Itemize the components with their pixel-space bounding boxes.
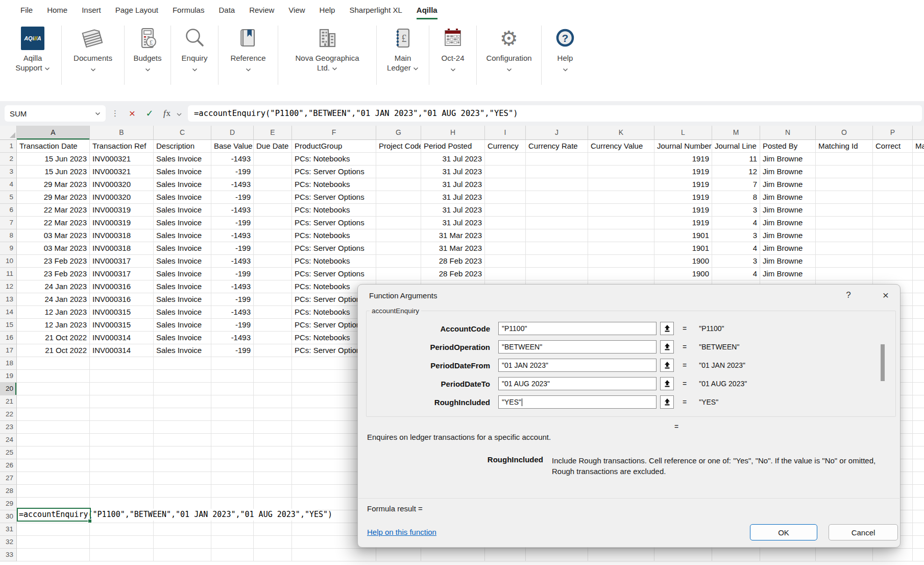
cell-Q14[interactable] [913, 306, 924, 319]
cell-I33[interactable] [485, 549, 526, 561]
cell-Q24[interactable] [913, 434, 924, 446]
cell-B12[interactable]: INV000316 [90, 280, 154, 293]
cell-A28[interactable] [17, 485, 90, 498]
cell-H2[interactable]: 31 Jul 2023 [421, 153, 485, 166]
cell-H4[interactable]: 31 Jul 2023 [421, 178, 485, 191]
row-header-11[interactable]: 11 [0, 268, 17, 280]
cell-A33[interactable] [17, 549, 90, 561]
cell-G7[interactable] [376, 217, 421, 229]
cell-G3[interactable] [376, 166, 421, 178]
formula-bar-input[interactable]: =accountEnquiry("P1100","BETWEEN","01 JA… [188, 105, 922, 122]
cell-K11[interactable] [588, 268, 654, 280]
cell-A26[interactable] [17, 459, 90, 472]
cell-J2[interactable] [526, 153, 588, 166]
col-header-I[interactable]: I [485, 126, 526, 140]
cell-B8[interactable]: INV000318 [90, 229, 154, 242]
cell-A32[interactable] [17, 536, 90, 549]
cell-K5[interactable] [588, 191, 654, 204]
cell-K1[interactable]: Currency Value [588, 140, 654, 153]
ribbon-button-aqilla-support[interactable]: AQi//AAqillaSupport [5, 22, 60, 73]
cell-J1[interactable]: Currency Rate [526, 140, 588, 153]
row-header-14[interactable]: 14 [0, 306, 17, 319]
cell-C1[interactable]: Description [154, 140, 211, 153]
cell-J9[interactable] [526, 242, 588, 255]
cell-D32[interactable] [211, 536, 254, 549]
cell-H11[interactable]: 28 Feb 2023 [421, 268, 485, 280]
cell-J11[interactable] [526, 268, 588, 280]
row-header-2[interactable]: 2 [0, 153, 17, 166]
cell-A5[interactable]: 29 Mar 2023 [17, 191, 90, 204]
cell-M3[interactable]: 12 [712, 166, 760, 178]
cell-F9[interactable]: PCs: Server Options [292, 242, 376, 255]
cell-D27[interactable] [211, 472, 254, 485]
cell-G5[interactable] [376, 191, 421, 204]
cell-C31[interactable] [154, 523, 211, 536]
cell-C26[interactable] [154, 459, 211, 472]
cell-D28[interactable] [211, 485, 254, 498]
cell-Q5[interactable] [913, 191, 924, 204]
cell-I8[interactable] [485, 229, 526, 242]
cell-B11[interactable]: INV000317 [90, 268, 154, 280]
cell-M8[interactable]: 3 [712, 229, 760, 242]
row-header-22[interactable]: 22 [0, 408, 17, 421]
cell-K8[interactable] [588, 229, 654, 242]
col-header-B[interactable]: B [90, 126, 154, 140]
row-header-13[interactable]: 13 [0, 293, 17, 306]
cell-E1[interactable]: Due Date [254, 140, 292, 153]
row-header-33[interactable]: 33 [0, 549, 17, 561]
cell-Q25[interactable] [913, 446, 924, 459]
row-header-4[interactable]: 4 [0, 178, 17, 191]
col-header-Q[interactable] [913, 126, 924, 140]
cell-G2[interactable] [376, 153, 421, 166]
cell-K3[interactable] [588, 166, 654, 178]
cell-C10[interactable]: Sales Invoice [154, 255, 211, 268]
cell-D20[interactable] [211, 383, 254, 395]
cell-H6[interactable]: 31 Jul 2023 [421, 204, 485, 217]
cell-B28[interactable] [90, 485, 154, 498]
cell-O10[interactable] [816, 255, 873, 268]
cell-I5[interactable] [485, 191, 526, 204]
cell-J10[interactable] [526, 255, 588, 268]
cell-G11[interactable] [376, 268, 421, 280]
cell-E22[interactable] [254, 408, 292, 421]
cell-D19[interactable] [211, 370, 254, 383]
row-header-19[interactable]: 19 [0, 370, 17, 383]
cell-B27[interactable] [90, 472, 154, 485]
cell-E11[interactable] [254, 268, 292, 280]
cell-A21[interactable] [17, 395, 90, 408]
cell-G9[interactable] [376, 242, 421, 255]
ribbon-button-enquiry[interactable]: Enquiry [172, 22, 217, 68]
cell-Q27[interactable] [913, 472, 924, 485]
cell-B24[interactable] [90, 434, 154, 446]
cell-P2[interactable] [873, 153, 913, 166]
cell-B33[interactable] [90, 549, 154, 561]
cell-C7[interactable]: Sales Invoice [154, 217, 211, 229]
cell-M9[interactable]: 4 [712, 242, 760, 255]
cell-E17[interactable] [254, 344, 292, 357]
cell-F8[interactable]: PCs: Notebooks [292, 229, 376, 242]
cell-Q26[interactable] [913, 459, 924, 472]
cell-C15[interactable]: Sales Invoice [154, 319, 211, 332]
cell-E15[interactable] [254, 319, 292, 332]
cell-E24[interactable] [254, 434, 292, 446]
cell-L1[interactable]: Journal Number [654, 140, 712, 153]
col-header-K[interactable]: K [588, 126, 654, 140]
cell-Q15[interactable] [913, 319, 924, 332]
cell-Q30[interactable] [913, 510, 924, 523]
cell-D25[interactable] [211, 446, 254, 459]
cell-A14[interactable]: 12 Jan 2023 [17, 306, 90, 319]
cell-H5[interactable]: 31 Jul 2023 [421, 191, 485, 204]
cell-K4[interactable] [588, 178, 654, 191]
cell-H1[interactable]: Period Posted [421, 140, 485, 153]
name-box[interactable]: SUM [5, 105, 106, 122]
cell-G4[interactable] [376, 178, 421, 191]
cell-O8[interactable] [816, 229, 873, 242]
cell-C27[interactable] [154, 472, 211, 485]
cell-B6[interactable]: INV000319 [90, 204, 154, 217]
cell-D10[interactable]: -1493 [211, 255, 254, 268]
cell-C19[interactable] [154, 370, 211, 383]
cell-F33[interactable] [292, 549, 376, 561]
cell-E21[interactable] [254, 395, 292, 408]
cell-C8[interactable]: Sales Invoice [154, 229, 211, 242]
field-input-periodoperation[interactable]: "BETWEEN" [498, 340, 656, 354]
